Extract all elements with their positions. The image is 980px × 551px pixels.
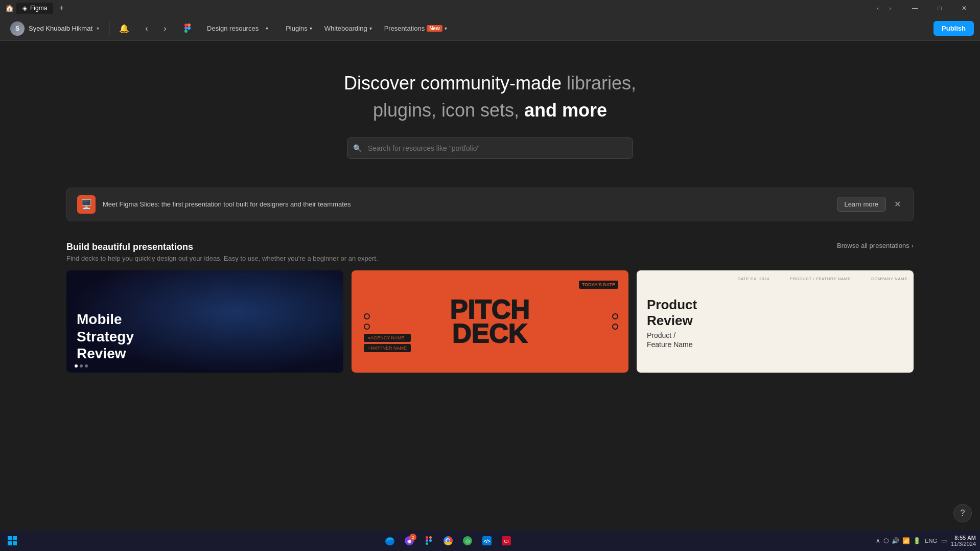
figma-taskbar-icon[interactable]: [419, 532, 438, 550]
tab-forward-icon[interactable]: ›: [885, 3, 895, 13]
nav-arrows: ‹ ›: [138, 20, 173, 37]
date-display: 11/3/2024: [951, 541, 976, 547]
banner-text: Meet Figma Slides: the first presentatio…: [103, 200, 830, 208]
connector-right: [612, 313, 618, 330]
edge-icon[interactable]: [381, 532, 399, 550]
connector-left: [364, 313, 370, 330]
card-mobile-strategy[interactable]: MobileStrategyReview: [66, 270, 343, 373]
pitch-deck-title: PITCHDECK: [450, 297, 530, 346]
hero-title-line1: Discover community-made libraries,: [344, 72, 636, 96]
hero-title-line2: plugins, icon sets, and more: [373, 100, 607, 121]
svg-text:CI: CI: [504, 539, 509, 544]
design-resources-label: Design resources: [207, 25, 259, 32]
search-input[interactable]: [347, 137, 633, 159]
indicator-dot-3: [85, 364, 88, 368]
partner-label: =PARTNER NAME: [364, 344, 411, 352]
design-resources-menu[interactable]: Design resources ▾: [202, 19, 278, 37]
title-bar: 🏠 ◈ Figma + ‹ › — □ ✕: [0, 0, 980, 16]
time-display: 8:55 AM: [951, 535, 976, 541]
card-3-subtitle: Product /Feature Name: [647, 331, 697, 349]
figma-tab-icon: ◈: [22, 5, 27, 12]
svg-point-16: [429, 539, 432, 542]
user-menu[interactable]: S Syed Khubaib Hikmat ▾: [6, 19, 103, 38]
vscode-taskbar-icon[interactable]: </>: [478, 532, 496, 550]
card-3-eyebrow-date: DATE EX. 2024: [737, 277, 769, 281]
card-1-title: MobileStrategyReview: [77, 311, 134, 362]
whiteboarding-label: Whiteboarding: [324, 25, 367, 32]
show-hidden-icon[interactable]: ∧: [876, 537, 880, 544]
browse-all-label: Browse all presentations: [837, 242, 909, 249]
svg-rect-15: [426, 542, 428, 545]
section-subtitle: Find decks to help you quickly design ou…: [66, 255, 378, 262]
bluetooth-icon[interactable]: ⬡: [883, 537, 889, 544]
close-button[interactable]: ✕: [952, 0, 976, 16]
svg-rect-0: [184, 24, 188, 27]
search-icon: 🔍: [353, 144, 362, 152]
whiteboarding-chevron-icon: ▾: [369, 26, 372, 31]
volume-icon[interactable]: 🔊: [892, 537, 899, 544]
window-controls: — □ ✕: [903, 0, 976, 16]
svg-rect-6: [13, 536, 17, 540]
network-icon[interactable]: 📶: [902, 537, 910, 544]
connector-dot-2: [364, 324, 370, 330]
hero-line2-bold: and more: [519, 100, 607, 121]
user-chevron-icon: ▾: [97, 26, 99, 31]
back-button[interactable]: ‹: [138, 20, 155, 37]
hero-highlight: libraries,: [567, 73, 636, 94]
browse-chevron-icon: ›: [912, 242, 914, 249]
hero-line2-start: plugins, icon sets,: [373, 100, 519, 121]
presentations-section: Build beautiful presentations Find decks…: [0, 229, 980, 373]
learn-more-button[interactable]: Learn more: [837, 197, 886, 212]
plugins-menu[interactable]: Plugins ▾: [281, 21, 317, 35]
active-tab[interactable]: ◈ Figma: [16, 3, 53, 14]
clock: 8:55 AM 11/3/2024: [951, 535, 976, 547]
help-button[interactable]: ?: [953, 504, 972, 522]
maps-taskbar-icon[interactable]: ◎: [458, 532, 477, 550]
svg-rect-12: [426, 536, 428, 539]
minimize-button[interactable]: —: [903, 0, 927, 16]
svg-rect-5: [8, 536, 12, 540]
card-3-header: DATE EX. 2024 PRODUCT / FEATURE NAME COM…: [737, 277, 907, 281]
card-product-review[interactable]: DATE EX. 2024 PRODUCT / FEATURE NAME COM…: [637, 270, 914, 373]
whiteboarding-menu[interactable]: Whiteboarding ▾: [319, 21, 377, 35]
connector-dot-3: [612, 313, 618, 319]
svg-rect-1: [188, 24, 191, 27]
chrome-taskbar-icon[interactable]: [439, 532, 457, 550]
nav-links: Design resources ▾ Plugins ▾ Whiteboardi…: [202, 19, 927, 37]
section-header-left: Build beautiful presentations Find decks…: [66, 242, 378, 262]
app7-taskbar-icon[interactable]: CI: [497, 532, 516, 550]
new-tab-button[interactable]: +: [55, 2, 67, 14]
home-icon[interactable]: 🏠: [4, 3, 14, 13]
publish-button[interactable]: Publish: [934, 21, 974, 36]
card-2-labels: =AGENCY NAME =PARTNER NAME: [364, 334, 411, 352]
start-button[interactable]: [4, 533, 20, 549]
lang-label: ENG: [925, 538, 937, 544]
notification-icon[interactable]: 🔔: [116, 20, 132, 37]
main-content: Discover community-made libraries, plugi…: [0, 41, 980, 531]
figma-community-taskbar-icon[interactable]: ◉ 2: [400, 532, 418, 550]
svg-point-4: [188, 27, 191, 30]
svg-text:</>: </>: [484, 539, 491, 544]
presentation-cards: MobileStrategyReview TODAY'S DATE: [66, 270, 914, 373]
presentations-chevron-icon: ▾: [445, 26, 447, 31]
battery-icon[interactable]: 🔋: [913, 537, 921, 544]
indicator-dot-1: [75, 364, 78, 368]
taskbar-pinned-apps: ◉ 2 ◎: [22, 532, 874, 550]
today-date-badge: TODAY'S DATE: [579, 281, 618, 289]
tab-label: Figma: [30, 5, 47, 12]
presentations-label: Presentations: [384, 25, 425, 32]
presentations-menu[interactable]: Presentations New ▾: [379, 21, 452, 35]
tab-back-icon[interactable]: ‹: [873, 3, 883, 13]
maximize-button[interactable]: □: [928, 0, 951, 16]
svg-rect-2: [184, 27, 188, 30]
hero-section: Discover community-made libraries, plugi…: [0, 41, 980, 179]
svg-rect-8: [13, 541, 17, 545]
connector-dot-4: [612, 324, 618, 330]
browse-all-link[interactable]: Browse all presentations ›: [837, 242, 914, 249]
screen-icon[interactable]: ▭: [941, 537, 947, 544]
forward-button[interactable]: ›: [157, 20, 173, 37]
close-banner-button[interactable]: ✕: [892, 197, 903, 211]
card-3-eyebrow-product: PRODUCT / FEATURE NAME: [790, 277, 851, 281]
card-pitch-deck[interactable]: TODAY'S DATE PITCHDECK =AGENCY NAME =PAR…: [352, 270, 628, 373]
card-3-company: COMPANY NAME: [871, 277, 907, 281]
